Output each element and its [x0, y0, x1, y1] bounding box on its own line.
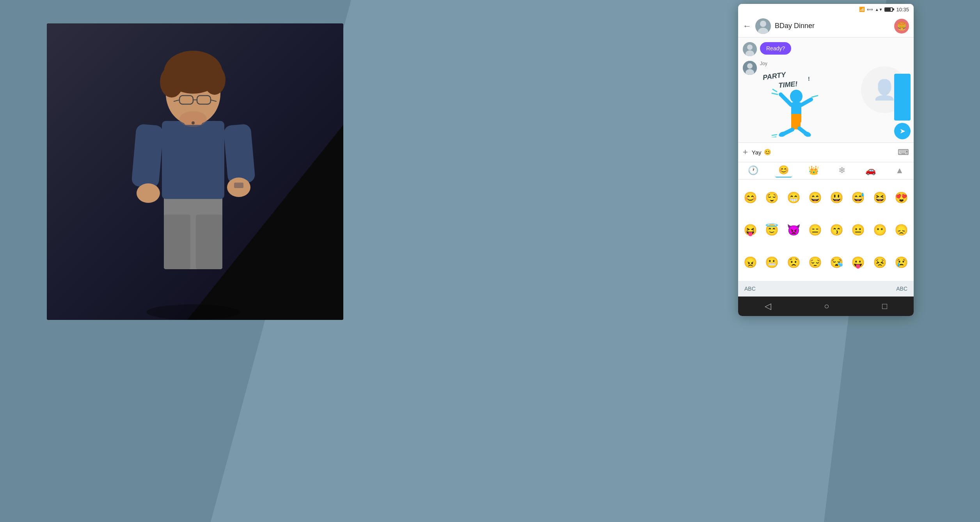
emoji-sweat-smile[interactable]: 😅 [848, 183, 868, 213]
status-bar: 📶 ⟺ ▲▼ 10:35 [738, 4, 914, 15]
send-button[interactable]: ➤ [894, 123, 911, 139]
time-display: 10:35 [896, 7, 909, 12]
header-avatar-right[interactable]: 🍔 [894, 19, 909, 34]
emoji-persevere[interactable]: 😣 [870, 247, 890, 278]
svg-point-34 [790, 90, 802, 103]
presenter-figure [47, 23, 343, 320]
svg-point-12 [160, 66, 183, 98]
nav-bar: ◁ ○ □ [738, 297, 914, 316]
svg-point-20 [179, 111, 207, 127]
emoji-tab-recent[interactable]: 🕐 [745, 164, 762, 177]
back-button[interactable]: ← [743, 21, 751, 31]
send-area: ➤ [894, 74, 911, 139]
svg-rect-21 [234, 183, 243, 188]
msg-ready: Ready? [743, 42, 909, 56]
svg-point-23 [760, 21, 766, 27]
presenter-svg [121, 47, 269, 320]
chat-area: 👤 Ready? [738, 37, 914, 142]
emoji-worried[interactable]: 😟 [784, 247, 804, 278]
emoji-grin[interactable]: 😁 [784, 183, 804, 213]
battery-icon [884, 7, 893, 12]
svg-line-40 [812, 96, 818, 97]
emoji-tab-crown[interactable]: 👑 [805, 164, 822, 177]
emoji-tab-smiley[interactable]: 😊 [775, 163, 792, 178]
input-text-field[interactable]: Yay 😊 [752, 149, 894, 156]
emoji-relieved[interactable]: 😌 [762, 183, 782, 213]
emoji-tabs: 🕐 😊 👑 ❄ 🚗 ▲ [738, 162, 914, 179]
abc-label-right[interactable]: ABC [896, 286, 907, 292]
ready-bubble: Ready? [760, 42, 791, 55]
emoji-heart-eyes[interactable]: 😍 [891, 183, 911, 213]
svg-rect-6 [223, 124, 256, 185]
svg-line-48 [772, 135, 777, 135]
signal-icon: 📶 [859, 7, 865, 12]
emoji-expressionless[interactable]: 😑 [805, 215, 825, 245]
app-header: ← BDay Dinner 🍔 [738, 15, 914, 37]
joy-name: Joy [760, 61, 822, 66]
svg-point-13 [204, 65, 225, 95]
joy-avatar [743, 61, 757, 75]
chat-title: BDay Dinner [775, 22, 894, 30]
nav-back-button[interactable]: ◁ [765, 301, 771, 311]
emoji-grimacing[interactable]: 😬 [762, 247, 782, 278]
emoji-laughing[interactable]: 😆 [870, 183, 890, 213]
party-time-sticker-svg: PARTY TIME! ! [761, 69, 822, 137]
emoji-smile[interactable]: 😊 [740, 183, 760, 213]
emoji-stuck-tongue[interactable]: 😛 [848, 247, 868, 278]
abc-label-left[interactable]: ABC [744, 286, 756, 292]
emoji-smiley[interactable]: 😃 [827, 183, 847, 213]
emoji-stuck-tongue-wink[interactable]: 😝 [740, 215, 760, 245]
keyboard-toggle-button[interactable]: ⌨ [898, 147, 909, 157]
svg-point-0 [146, 304, 240, 320]
svg-text:TIME!: TIME! [778, 80, 798, 89]
svg-rect-2 [164, 215, 190, 269]
emoji-tab-nature[interactable]: ❄ [835, 164, 849, 177]
svg-line-49 [771, 137, 776, 137]
svg-line-37 [801, 99, 811, 105]
joy-content: Joy PARTY TIME! ! [760, 61, 822, 138]
status-bar-icons: 📶 ⟺ ▲▼ 10:35 [859, 7, 909, 12]
svg-point-7 [137, 183, 160, 203]
svg-point-29 [747, 63, 753, 69]
svg-rect-3 [196, 215, 222, 269]
input-area: + Yay 😊 ⌨ [738, 142, 914, 162]
input-emoji: 😊 [764, 149, 771, 156]
header-avatar-emoji: 🍔 [897, 21, 907, 31]
emoji-grid: 😊 😌 😁 😄 😃 😅 😆 😍 😝 😇 👿 😑 😙 😐 😶 😞 😠 😬 😟 😔 … [738, 179, 914, 281]
nav-home-button[interactable]: ○ [824, 301, 829, 311]
phone-container: 📶 ⟺ ▲▼ 10:35 ← BDay Dinner 🍔 👤 [738, 4, 914, 316]
input-text-value: Yay [752, 149, 762, 156]
svg-text:!: ! [808, 76, 810, 82]
scroll-indicator [894, 74, 911, 121]
presenter-photo [47, 23, 343, 320]
emoji-tab-symbols[interactable]: ▲ [892, 164, 907, 177]
ready-sender-avatar [743, 42, 757, 56]
emoji-sleepy[interactable]: 😪 [827, 247, 847, 278]
svg-point-26 [747, 44, 753, 50]
emoji-cry[interactable]: 😢 [891, 247, 911, 278]
emoji-imp[interactable]: 👿 [784, 215, 804, 245]
input-plus-button[interactable]: + [743, 147, 748, 157]
emoji-neutral[interactable]: 😐 [848, 215, 868, 245]
svg-rect-4 [162, 121, 224, 199]
emoji-kissing[interactable]: 😙 [827, 215, 847, 245]
svg-line-39 [772, 93, 778, 94]
svg-text:PARTY: PARTY [762, 70, 787, 81]
battery-fill [885, 8, 891, 11]
nav-recents-button[interactable]: □ [882, 301, 887, 311]
emoji-angel[interactable]: 😇 [762, 215, 782, 245]
contact-avatar-header [755, 18, 771, 34]
abc-bar: ABC ABC [738, 281, 914, 297]
svg-rect-5 [131, 124, 164, 188]
emoji-disappointed[interactable]: 😞 [891, 215, 911, 245]
emoji-grinning[interactable]: 😄 [805, 183, 825, 213]
party-sticker: PARTY TIME! ! [760, 68, 822, 138]
svg-line-36 [781, 94, 791, 105]
svg-line-38 [773, 89, 777, 92]
wifi-icon: ⟺ [867, 7, 873, 12]
emoji-tab-travel[interactable]: 🚗 [862, 164, 879, 177]
emoji-no-mouth[interactable]: 😶 [870, 215, 890, 245]
emoji-pensive[interactable]: 😔 [805, 247, 825, 278]
emoji-angry[interactable]: 😠 [740, 247, 760, 278]
data-icon: ▲▼ [875, 7, 883, 12]
